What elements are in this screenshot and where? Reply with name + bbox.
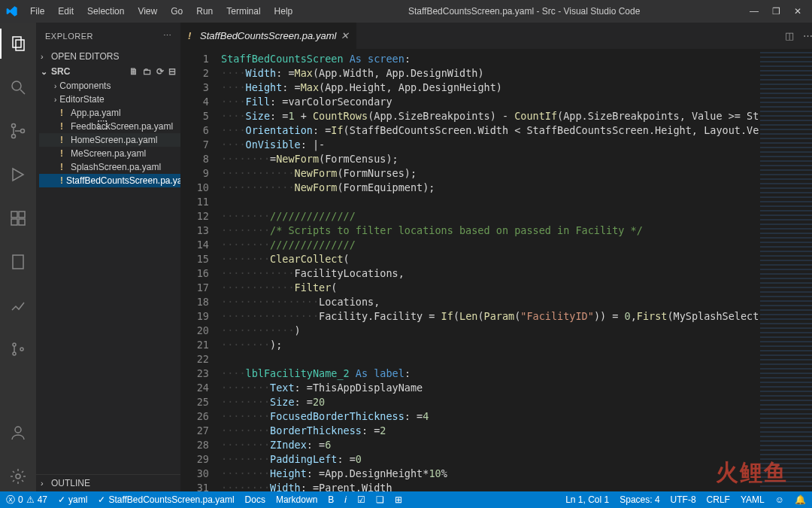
svg-point-12	[13, 343, 16, 346]
code-editor[interactable]: 1234567891011121314151617181920212223242…	[180, 49, 812, 491]
tab-staffbedcounts[interactable]: ! StaffBedCountsScreen.pa.yaml ✕	[180, 23, 356, 49]
svg-line-3	[20, 90, 25, 94]
status-icon2[interactable]: ❏	[376, 494, 384, 505]
menu-help[interactable]: Help	[268, 3, 299, 20]
svg-rect-9	[19, 219, 25, 225]
menu-run[interactable]: Run	[190, 3, 219, 20]
svg-rect-10	[19, 211, 25, 217]
svg-rect-0	[13, 37, 21, 47]
file-mescreen[interactable]: !MeScreen.pa.yaml	[39, 147, 180, 160]
folder-components[interactable]: › Components	[39, 79, 180, 93]
svg-point-14	[20, 348, 23, 351]
vscode-icon	[6, 5, 18, 17]
activity-other2[interactable]	[0, 291, 36, 321]
status-yaml[interactable]: ✓ yaml	[58, 494, 87, 505]
status-lang[interactable]: YAML	[741, 494, 765, 505]
menu-terminal[interactable]: Terminal	[220, 3, 266, 20]
maximize-button[interactable]: ❐	[772, 6, 780, 17]
svg-rect-11	[13, 255, 23, 269]
line-gutter: 1234567891011121314151617181920212223242…	[180, 49, 221, 491]
file-app[interactable]: !App.pa.yaml	[39, 106, 180, 120]
folder-editorstate[interactable]: › EditorState	[39, 93, 180, 106]
menu-view[interactable]: View	[132, 3, 163, 20]
refresh-icon[interactable]: ⟳	[156, 66, 164, 77]
svg-point-15	[15, 427, 21, 433]
menu-bar: File Edit Selection View Go Run Terminal…	[24, 3, 298, 20]
file-staffbedcounts[interactable]: !StaffBedCountsScreen.pa.yaml	[39, 174, 180, 187]
open-editors-label: OPEN EDITORS	[51, 51, 119, 62]
activity-run[interactable]	[0, 160, 36, 190]
tab-close-icon[interactable]: ✕	[341, 30, 349, 41]
activity-settings[interactable]	[0, 461, 36, 491]
minimize-button[interactable]: —	[750, 6, 759, 17]
file-feedbackscreen[interactable]: !FeedbackScreen.pa.yaml	[39, 120, 180, 133]
activity-bar	[0, 23, 36, 491]
activity-other1[interactable]	[0, 247, 36, 277]
more-actions-icon[interactable]: ⋯	[803, 30, 812, 41]
svg-point-6	[21, 129, 25, 133]
menu-edit[interactable]: Edit	[52, 3, 80, 20]
activity-source-control[interactable]	[0, 116, 36, 146]
new-folder-icon[interactable]: 🗀	[143, 66, 152, 77]
status-eol[interactable]: CRLF	[707, 494, 730, 505]
status-italic[interactable]: i	[344, 494, 347, 505]
status-icon3[interactable]: ⊞	[395, 494, 402, 505]
status-encoding[interactable]: UTF-8	[671, 494, 696, 505]
svg-point-16	[16, 474, 20, 479]
outline-section[interactable]: ›OUTLINE	[36, 474, 180, 491]
status-docs[interactable]: Docs	[245, 494, 265, 505]
tab-label: StaffBedCountsScreen.pa.yaml	[200, 30, 336, 41]
svg-point-5	[12, 135, 16, 138]
outline-label: OUTLINE	[51, 478, 90, 488]
status-bell-icon[interactable]: 🔔	[795, 494, 806, 505]
status-file[interactable]: ✓ StaffBedCountsScreen.pa.yaml	[98, 494, 234, 505]
src-section[interactable]: ⌄SRC 🗎 🗀 ⟳ ⊟	[36, 64, 180, 79]
status-spaces[interactable]: Spaces: 4	[620, 494, 659, 505]
sidebar: EXPLORER ⋯ ›OPEN EDITORS ⌄SRC 🗎 🗀 ⟳ ⊟ › …	[36, 23, 180, 491]
file-homescreen[interactable]: !HomeScreen.pa.yaml	[39, 133, 180, 147]
activity-search[interactable]	[0, 72, 36, 102]
menu-selection[interactable]: Selection	[81, 3, 130, 20]
src-label: SRC	[51, 66, 70, 77]
modified-icon: !	[188, 30, 195, 41]
status-bold[interactable]: B	[328, 494, 334, 505]
editor-group: ! StaffBedCountsScreen.pa.yaml ✕ ◫ ⋯ 123…	[180, 23, 812, 491]
minimap[interactable]	[760, 52, 812, 488]
menu-file[interactable]: File	[24, 3, 50, 20]
status-icon1[interactable]: ☑	[357, 494, 365, 505]
open-editors-section[interactable]: ›OPEN EDITORS	[36, 49, 180, 64]
file-tree: › Components › EditorState !App.pa.yaml …	[36, 79, 180, 187]
status-bar: ⓧ 0 ⚠ 47 ✓ yaml ✓ StaffBedCountsScreen.p…	[0, 491, 812, 508]
status-errors[interactable]: ⓧ 0 ⚠ 47	[6, 494, 47, 506]
svg-rect-8	[11, 219, 17, 225]
menu-go[interactable]: Go	[165, 3, 189, 20]
svg-rect-7	[11, 211, 17, 217]
activity-account[interactable]	[0, 418, 36, 448]
activity-other3[interactable]	[0, 334, 36, 364]
close-button[interactable]: ✕	[794, 6, 801, 17]
file-splashscreen[interactable]: !SplashScreen.pa.yaml	[39, 160, 180, 174]
activity-extensions[interactable]	[0, 203, 36, 233]
code-content[interactable]: StaffBedCountsScreen As screen:····Width…	[221, 49, 759, 491]
collapse-icon[interactable]: ⊟	[168, 66, 176, 77]
title-bar: File Edit Selection View Go Run Terminal…	[0, 0, 812, 23]
sidebar-more-icon[interactable]: ⋯	[163, 31, 172, 41]
window-title: StaffBedCountsScreen.pa.yaml - Src - Vis…	[298, 6, 750, 17]
svg-point-13	[13, 352, 16, 355]
svg-point-4	[12, 124, 16, 128]
tab-bar: ! StaffBedCountsScreen.pa.yaml ✕ ◫ ⋯	[180, 23, 812, 49]
status-markdown[interactable]: Markdown	[276, 494, 317, 505]
status-feedback-icon[interactable]: ☺	[775, 494, 784, 505]
svg-point-2	[12, 81, 21, 90]
activity-explorer[interactable]	[0, 29, 36, 59]
split-editor-icon[interactable]: ◫	[785, 30, 794, 41]
svg-rect-1	[16, 40, 24, 50]
new-file-icon[interactable]: 🗎	[129, 66, 138, 77]
status-ln-col[interactable]: Ln 1, Col 1	[565, 494, 609, 505]
sidebar-title: EXPLORER	[45, 32, 93, 41]
